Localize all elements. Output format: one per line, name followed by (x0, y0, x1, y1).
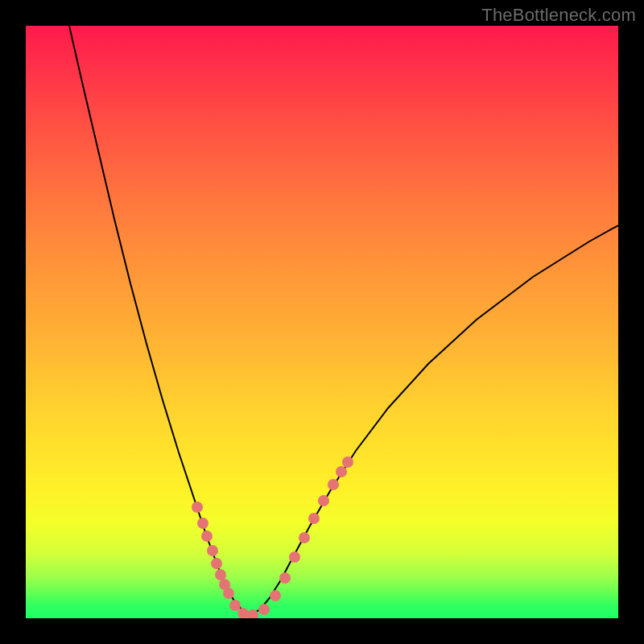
highlight-dot (342, 456, 353, 468)
highlight-dot (223, 588, 234, 599)
curve-right-branch (250, 225, 618, 615)
highlight-dot (207, 545, 218, 556)
highlight-dot (215, 569, 226, 580)
highlight-dot (299, 532, 310, 543)
curve-left-branch (69, 26, 250, 615)
highlight-dot (328, 479, 339, 490)
highlight-dot (258, 604, 270, 615)
plot-area (26, 26, 618, 618)
highlight-dots (192, 456, 353, 618)
highlight-dot (279, 572, 291, 584)
watermark-text: TheBottleneck.com (481, 5, 636, 26)
highlight-dot (237, 608, 249, 618)
highlight-dot (192, 502, 203, 513)
highlight-dot (336, 466, 347, 477)
highlight-dot (211, 558, 222, 569)
highlight-dot (289, 551, 300, 563)
highlight-dot (201, 530, 213, 542)
highlight-dot (318, 495, 329, 506)
curve-svg (26, 26, 618, 618)
highlight-dot (229, 600, 241, 611)
highlight-dot (197, 518, 208, 529)
highlight-dot (308, 513, 320, 524)
chart-frame: TheBottleneck.com (0, 0, 644, 644)
highlight-dot (270, 590, 281, 601)
